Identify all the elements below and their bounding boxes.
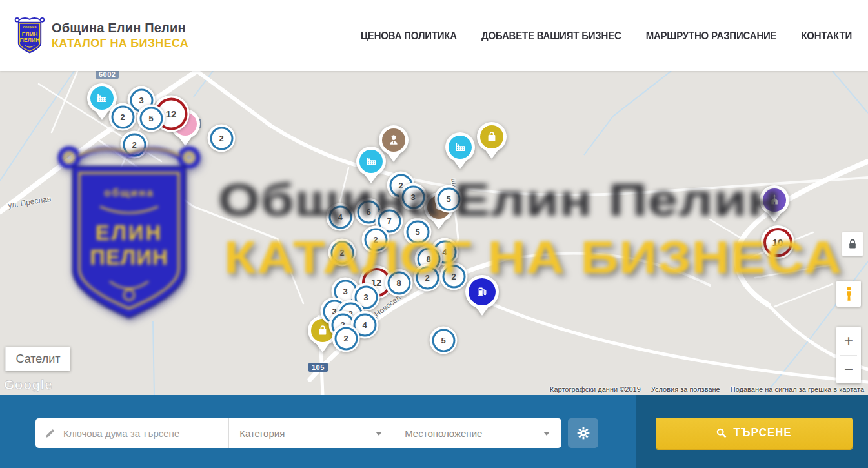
- location-select-label: Местоположение: [405, 428, 482, 439]
- cluster-count: 12: [166, 108, 177, 119]
- zoom-control: + −: [836, 327, 861, 383]
- cluster-ring: 2: [111, 105, 134, 128]
- attribution-terms-link[interactable]: Условия за ползване: [651, 385, 720, 393]
- cluster-count: 3: [363, 292, 368, 302]
- cluster-count: 3: [410, 192, 415, 202]
- cluster-count: 2: [219, 134, 223, 143]
- cluster-marker[interactable]: 5: [404, 218, 432, 246]
- cluster-count: 2: [373, 235, 378, 245]
- street-view-pegman-button[interactable]: [836, 281, 861, 307]
- cluster-marker[interactable]: 5: [430, 327, 458, 354]
- cluster-ring: 10: [763, 228, 792, 257]
- cluster-marker[interactable]: 5: [435, 185, 463, 213]
- category-select[interactable]: Категория: [228, 418, 394, 448]
- bag-pin[interactable]: [477, 122, 507, 152]
- cluster-ring: 5: [139, 107, 163, 130]
- logo-text: Община Елин Пелин КАТАЛОГ НА БИЗНЕСА: [52, 21, 188, 50]
- attribution-copyright: Картографски данни ©2019: [550, 385, 641, 393]
- keyword-search-input[interactable]: [62, 427, 228, 440]
- factory-icon: [449, 136, 472, 159]
- cluster-ring: 2: [416, 266, 439, 289]
- scroll-lock-button[interactable]: [842, 232, 863, 256]
- chevron-down-icon: [376, 432, 382, 439]
- site-logo[interactable]: община ЕЛИН ПЕЛИН Община Елин Пелин КАТА…: [14, 15, 188, 56]
- map-markers-layer: 121210325222356475224822833383425: [0, 71, 868, 395]
- cluster-count: 2: [120, 112, 125, 122]
- cluster-ring: 8: [387, 271, 410, 294]
- cluster-count: 5: [441, 336, 445, 345]
- worker-icon: [382, 128, 405, 152]
- svg-text:ЕЛИН: ЕЛИН: [22, 31, 38, 37]
- map-attribution: Картографски данни ©2019 Условия за полз…: [550, 385, 864, 393]
- svg-text:община: община: [23, 25, 37, 29]
- map-type-satellite-button[interactable]: Сателит: [5, 347, 70, 371]
- header: община ЕЛИН ПЕЛИН Община Елин Пелин КАТА…: [0, 0, 868, 71]
- pencil-icon: [45, 428, 56, 439]
- cluster-ring: 5: [437, 187, 460, 210]
- cluster-marker[interactable]: 5: [137, 105, 165, 132]
- fuel-icon: [469, 278, 496, 305]
- cluster-marker[interactable]: 2: [362, 226, 390, 254]
- nav-item-add-business[interactable]: ДОБАВЕТЕ ВАШИЯТ БИЗНЕС: [481, 30, 621, 41]
- cluster-marker[interactable]: 2: [121, 131, 148, 159]
- cluster-marker[interactable]: 10: [761, 225, 794, 259]
- cluster-marker[interactable]: 2: [328, 239, 356, 267]
- cluster-count: 3: [139, 96, 143, 105]
- cluster-count: 7: [387, 216, 391, 226]
- cluster-marker[interactable]: 2: [208, 125, 236, 152]
- factory-pin[interactable]: [356, 147, 386, 176]
- cluster-count: 5: [446, 194, 450, 204]
- nav-item-contacts[interactable]: КОНТАКТИ: [801, 30, 852, 41]
- cluster-count: 2: [343, 334, 348, 343]
- cluster-count: 4: [338, 212, 342, 222]
- cluster-ring: 2: [330, 241, 354, 264]
- cluster-ring: 2: [334, 327, 358, 350]
- site-subtitle: КАТАЛОГ НА БИЗНЕСА: [52, 37, 188, 50]
- zoom-out-button[interactable]: −: [836, 356, 861, 384]
- cluster-marker[interactable]: 2: [414, 264, 441, 292]
- chevron-down-icon: [543, 432, 550, 439]
- cluster-count: 2: [425, 273, 429, 283]
- search-icon: [716, 428, 727, 438]
- google-logo[interactable]: Google: [4, 377, 52, 392]
- lock-icon: [847, 238, 858, 250]
- cluster-count: 2: [339, 248, 344, 258]
- cluster-marker[interactable]: 3: [399, 183, 427, 211]
- factory-pin[interactable]: [445, 132, 475, 162]
- keyword-field-wrapper: [35, 418, 228, 448]
- nav-item-pricing[interactable]: ЦЕНОВА ПОЛИТИКА: [361, 30, 457, 41]
- nav-item-route-schedule[interactable]: МАРШРУТНО РАЗПИСАНИЕ: [646, 30, 777, 41]
- svg-text:ПЕЛИН: ПЕЛИН: [20, 37, 40, 43]
- map-type-control: Карта Сателит: [5, 347, 70, 371]
- map-canvas[interactable]: 6002 3 105 ул. Преслав бул. „Новосел ши …: [0, 71, 868, 395]
- cluster-count: 2: [451, 272, 456, 281]
- location-select[interactable]: Местоположение: [394, 418, 561, 448]
- worker-pin[interactable]: [379, 125, 409, 155]
- zoom-in-button[interactable]: +: [836, 327, 861, 355]
- cluster-marker[interactable]: 2: [332, 325, 360, 352]
- advanced-settings-button[interactable]: [568, 418, 598, 448]
- cluster-marker[interactable]: 2: [440, 263, 468, 290]
- cluster-count: 5: [148, 114, 153, 123]
- search-button-label: ТЪРСЕНЕ: [733, 427, 791, 440]
- cluster-ring: 2: [210, 127, 233, 150]
- cluster-count: 10: [772, 237, 783, 248]
- cluster-marker[interactable]: 2: [109, 103, 137, 131]
- factory-icon: [359, 150, 383, 173]
- search-fields: Категория Местоположение: [35, 418, 561, 448]
- cluster-marker[interactable]: 8: [385, 269, 413, 297]
- cluster-count: 4: [362, 320, 367, 330]
- cluster-count: 8: [426, 254, 430, 264]
- attribution-report-link[interactable]: Подаване на сигнал за грешка в картата: [731, 385, 864, 393]
- church-pin[interactable]: [760, 185, 789, 215]
- cluster-ring: 2: [364, 228, 387, 251]
- cluster-count: 2: [132, 140, 136, 150]
- factory-icon: [90, 86, 114, 110]
- cluster-marker[interactable]: 4: [327, 203, 354, 231]
- cluster-ring: 5: [406, 220, 429, 243]
- cluster-count: 3: [343, 287, 347, 296]
- fuel-pin[interactable]: [465, 275, 499, 309]
- search-submit-button[interactable]: ТЪРСЕНЕ: [656, 418, 853, 449]
- church-icon: [763, 188, 786, 212]
- category-select-label: Категория: [239, 428, 285, 439]
